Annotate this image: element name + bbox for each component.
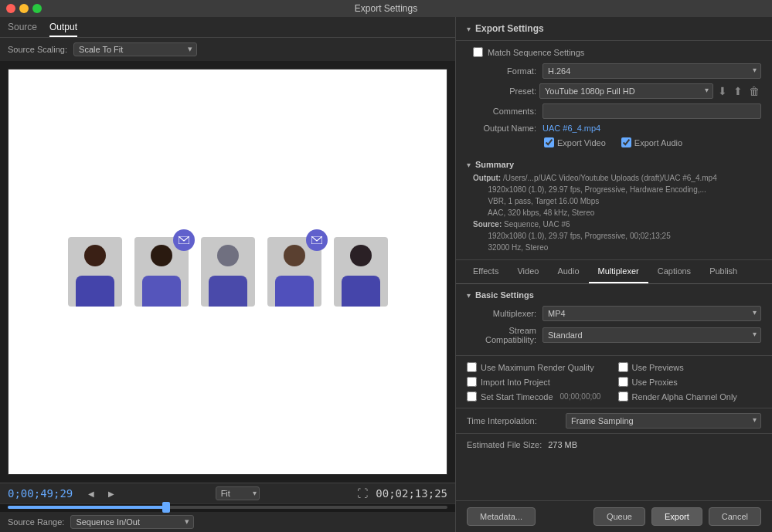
- transport-bar: 0;00;49;29 ◀ ▶ Fit 100% 50% 25% ⛶ 00;02;…: [0, 483, 455, 503]
- time-interpolation-label: Time Interpolation:: [467, 416, 559, 425]
- next-frame-button[interactable]: ▶: [105, 488, 117, 500]
- summary-output-details: 1920x1080 (1.0), 29.97 fps, Progressive,…: [488, 185, 706, 194]
- stream-compat-select[interactable]: Standard Streaming Custom: [542, 327, 761, 343]
- summary-header: ▾ Summary: [467, 160, 761, 169]
- source-range-label: Source Range:: [8, 517, 64, 527]
- multiplexer-label: Multiplexer:: [467, 309, 536, 318]
- preset-select[interactable]: YouTube 1080p Full HD YouTube 720p HD Vi…: [539, 83, 713, 99]
- match-sequence-row: Match Sequence Settings: [467, 47, 761, 57]
- tab-output[interactable]: Output: [49, 22, 77, 37]
- fit-select[interactable]: Fit 100% 50% 25%: [216, 486, 260, 500]
- render-alpha-label: Render Alpha Channel Only: [632, 392, 737, 402]
- basic-settings-collapse-arrow[interactable]: ▾: [467, 291, 471, 300]
- close-button[interactable]: [6, 4, 15, 13]
- queue-button[interactable]: Queue: [593, 507, 645, 526]
- comments-row: Comments:: [467, 103, 761, 119]
- scrubber-bar: [0, 503, 455, 512]
- left-panel: Source Output Source Scaling: Scale To F…: [0, 17, 456, 532]
- avatar-img-5: [334, 237, 388, 307]
- use-previews-checkbox[interactable]: [618, 362, 628, 372]
- export-checkboxes: Export Video Export Audio: [467, 137, 761, 147]
- set-start-timecode-checkbox[interactable]: [467, 391, 477, 402]
- use-proxies-checkbox[interactable]: [618, 377, 628, 387]
- tab-video[interactable]: Video: [508, 260, 548, 283]
- output-name-value[interactable]: UAC #6_4.mp4: [542, 124, 600, 133]
- preset-delete-button[interactable]: 🗑: [747, 85, 761, 97]
- metadata-button[interactable]: Metadata...: [467, 507, 536, 526]
- stream-compat-select-wrapper: Standard Streaming Custom: [542, 327, 761, 343]
- output-name-label: Output Name:: [467, 124, 536, 133]
- fullscreen-button[interactable]: ⛶: [357, 487, 368, 500]
- output-name-row: Output Name: UAC #6_4.mp4: [467, 124, 761, 133]
- preset-select-wrapper: YouTube 1080p Full HD YouTube 720p HD Vi…: [539, 83, 713, 99]
- basic-settings-section: ▾ Basic Settings Multiplexer: MP4 MKV MO…: [456, 284, 772, 356]
- prev-frame-button[interactable]: ◀: [85, 488, 97, 500]
- render-alpha-item: Render Alpha Channel Only: [618, 391, 762, 402]
- traffic-lights: [6, 4, 42, 13]
- source-scaling-select[interactable]: Scale To Fit Stretch To Fill Letterbox C…: [73, 42, 197, 56]
- summary-text: Output: /Users/...p/UAC Video/Youtube Up…: [467, 172, 761, 253]
- import-into-project-checkbox[interactable]: [467, 377, 477, 387]
- scrubber-thumb[interactable]: [162, 502, 170, 513]
- format-select[interactable]: H.264 H.265 ProRes DNxHD MPEG-2: [542, 63, 761, 79]
- tab-captions[interactable]: Captions: [648, 260, 700, 283]
- preset-icons: ⬇ ⬆ 🗑: [716, 85, 761, 97]
- format-label: Format:: [467, 66, 536, 76]
- basic-settings-title: Basic Settings: [475, 290, 534, 300]
- cancel-button[interactable]: Cancel: [709, 507, 761, 526]
- use-max-render-checkbox[interactable]: [467, 362, 477, 372]
- comments-input[interactable]: [542, 103, 761, 119]
- basic-settings-header: ▾ Basic Settings: [467, 290, 761, 300]
- timecode-in: 0;00;49;29: [8, 487, 77, 500]
- summary-title: Summary: [475, 160, 514, 169]
- right-panel: ▾ Export Settings Match Sequence Setting…: [456, 17, 772, 532]
- summary-collapse-arrow[interactable]: ▾: [467, 161, 471, 169]
- tab-source[interactable]: Source: [8, 22, 37, 37]
- tab-multiplexer[interactable]: Multiplexer: [589, 260, 648, 283]
- email-badge-2: [173, 229, 195, 251]
- summary-source-details2: 32000 Hz, Stereo: [488, 243, 548, 252]
- file-size-value: 273 MB: [548, 440, 577, 449]
- window-title: Export Settings: [355, 3, 417, 14]
- preset-label: Preset:: [467, 86, 536, 96]
- minimize-button[interactable]: [19, 4, 29, 13]
- export-video-checkbox[interactable]: [544, 137, 554, 147]
- summary-source-value: Sequence, UAC #6: [504, 220, 570, 229]
- source-range-row: Source Range: Sequence In/Out Work Area …: [0, 512, 455, 532]
- scrubber-track[interactable]: [8, 506, 447, 509]
- tab-audio[interactable]: Audio: [548, 260, 588, 283]
- email-badge-4: [306, 229, 328, 251]
- multiplexer-row: Multiplexer: MP4 MKV MOV: [467, 306, 761, 321]
- set-start-timecode-item: Set Start Timecode 00;00;00;00: [467, 391, 610, 402]
- file-size-row: Estimated File Size: 273 MB: [456, 433, 772, 454]
- export-settings-section: Match Sequence Settings Format: H.264 H.…: [456, 41, 772, 157]
- email-icon: [179, 236, 189, 244]
- render-alpha-checkbox[interactable]: [618, 391, 628, 402]
- use-previews-item: Use Previews: [618, 362, 762, 372]
- email-icon-2: [311, 236, 322, 244]
- collapse-arrow[interactable]: ▾: [467, 25, 471, 33]
- stream-compat-label: Stream Compatibility:: [467, 326, 536, 344]
- use-proxies-label: Use Proxies: [632, 378, 678, 387]
- avatar-2: [134, 237, 189, 307]
- match-sequence-checkbox[interactable]: [473, 47, 483, 57]
- export-settings-title: Export Settings: [475, 23, 544, 34]
- tab-effects[interactable]: Effects: [464, 260, 508, 283]
- use-proxies-item: Use Proxies: [618, 377, 762, 387]
- tab-publish[interactable]: Publish: [700, 260, 746, 283]
- export-audio-checkbox[interactable]: [621, 137, 631, 147]
- use-max-render-label: Use Maximum Render Quality: [481, 363, 594, 372]
- avatar-img-3: [201, 237, 255, 307]
- multiplexer-select[interactable]: MP4 MKV MOV: [542, 306, 761, 321]
- export-audio-label: Export Audio: [634, 138, 682, 147]
- avatar-3: [201, 237, 255, 307]
- source-range-wrapper: Sequence In/Out Work Area Entire Sequenc…: [70, 515, 194, 529]
- source-range-select[interactable]: Sequence In/Out Work Area Entire Sequenc…: [70, 515, 194, 529]
- export-button[interactable]: Export: [651, 507, 702, 526]
- maximize-button[interactable]: [32, 4, 42, 13]
- preset-save-button[interactable]: ⬇: [716, 85, 729, 97]
- time-interpolation-select[interactable]: Frame Sampling Frame Blending Optical Fl…: [566, 413, 761, 429]
- preset-import-button[interactable]: ⬆: [732, 85, 744, 97]
- summary-source-details: 1920x1080 (1.0), 29.97 fps, Progressive,…: [488, 232, 670, 240]
- format-row: Format: H.264 H.265 ProRes DNxHD MPEG-2: [467, 63, 761, 79]
